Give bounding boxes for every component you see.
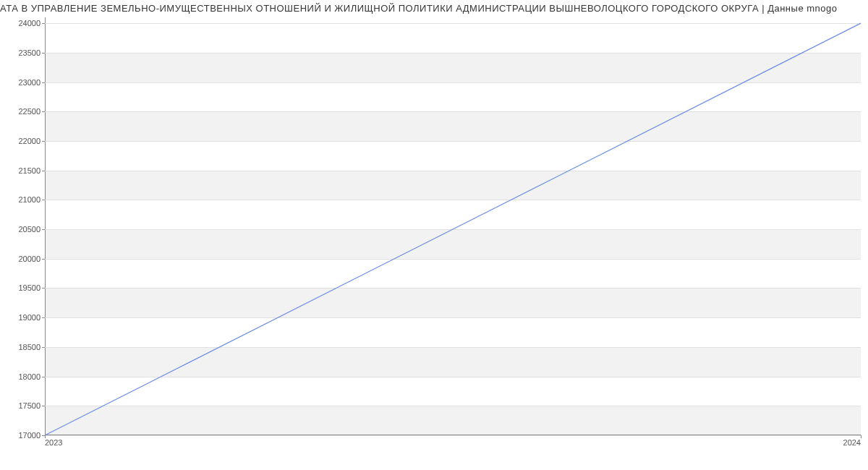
y-tick-mark (42, 23, 45, 24)
y-tick-label: 23500 (18, 48, 41, 57)
y-tick-mark (42, 229, 45, 230)
y-tick-mark (42, 111, 45, 112)
y-tick-mark (42, 259, 45, 260)
y-tick-label: 24000 (18, 19, 41, 27)
y-tick-label: 18500 (18, 343, 41, 351)
y-tick-label: 17000 (18, 431, 41, 440)
y-tick-mark (42, 347, 45, 348)
y-tick-mark (42, 406, 45, 406)
chart-title: АТА В УПРАВЛЕНИЕ ЗЕМЕЛЬНО-ИМУЩЕСТВЕННЫХ … (0, 0, 868, 14)
y-tick-mark (42, 200, 45, 200)
y-tick-mark (42, 171, 45, 171)
y-tick-label: 22500 (18, 107, 41, 116)
y-tick-label: 19500 (18, 283, 41, 292)
x-tick-label: 2023 (45, 438, 62, 447)
y-tick-mark (42, 141, 45, 142)
x-tick-label: 2024 (843, 438, 861, 447)
y-tick-mark (42, 317, 45, 318)
y-tick-label: 20000 (18, 255, 41, 263)
y-tick-mark (42, 82, 45, 83)
y-tick-label: 20500 (18, 225, 41, 234)
line-layer (45, 17, 861, 435)
data-line (45, 23, 861, 435)
y-tick-mark (42, 53, 45, 54)
y-tick-label: 23000 (18, 78, 41, 87)
y-tick-label: 18000 (18, 372, 41, 381)
y-tick-label: 21000 (18, 195, 41, 204)
chart-container: 1700017500180001850019000195002000020500… (0, 17, 868, 448)
y-tick-mark (42, 377, 45, 377)
y-tick-label: 21500 (18, 166, 41, 175)
grid-line (45, 435, 861, 436)
y-tick-mark (42, 288, 45, 289)
y-tick-label: 22000 (18, 137, 41, 145)
x-tick-mark (861, 435, 861, 438)
plot-area: 1700017500180001850019000195002000020500… (45, 17, 861, 435)
y-tick-label: 19000 (18, 313, 41, 322)
y-tick-label: 17500 (18, 401, 41, 410)
